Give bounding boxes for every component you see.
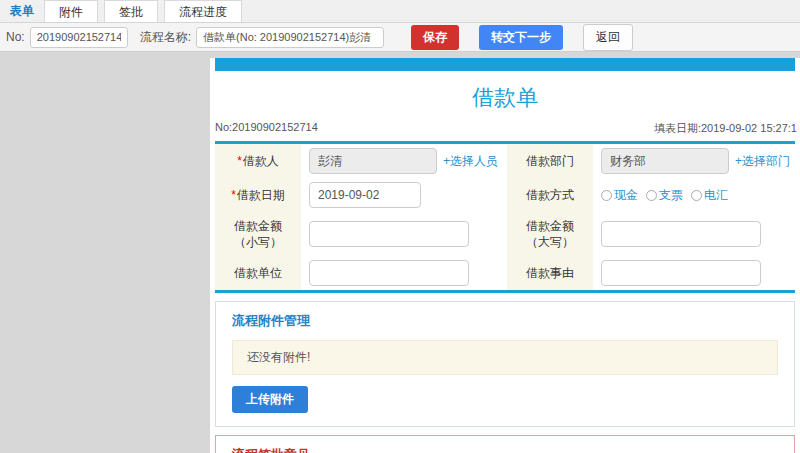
loan-reason-label: 借款事由	[507, 256, 593, 290]
tab-bar: 表单 附件 签批 流程进度	[0, 0, 800, 23]
process-name-input[interactable]	[196, 27, 384, 48]
borrower-input[interactable]	[309, 148, 437, 174]
choose-department-link[interactable]: +选择部门	[735, 153, 790, 170]
page-title: 借款单	[210, 71, 800, 121]
radio-cash[interactable]: 现金	[601, 187, 638, 204]
amount-lowercase-input[interactable]	[309, 221, 469, 247]
loan-date-input[interactable]	[309, 182, 421, 208]
loan-unit-input[interactable]	[309, 260, 469, 286]
save-button[interactable]: 保存	[411, 25, 459, 50]
attachments-section: 流程附件管理 还没有附件! 上传附件	[215, 301, 795, 427]
tab-form[interactable]: 表单	[0, 0, 44, 22]
fill-date: 填表日期:2019-09-02 15:27:1	[654, 121, 797, 136]
approval-section: 流程签批意见 B I abc ✎	[215, 435, 795, 453]
forward-next-step-button[interactable]: 转交下一步	[479, 25, 563, 50]
tab-attachments[interactable]: 附件	[44, 0, 98, 22]
radio-icon[interactable]	[691, 190, 702, 201]
upload-attachment-button[interactable]: 上传附件	[232, 386, 308, 413]
panel-top-bar	[215, 58, 795, 71]
divider	[215, 290, 795, 293]
tab-progress[interactable]: 流程进度	[164, 0, 242, 22]
loan-unit-label: 借款单位	[215, 256, 301, 290]
form-panel: 借款单 No:20190902152714 填表日期:2019-09-02 15…	[210, 58, 800, 453]
borrower-label: *借款人	[215, 144, 301, 178]
loan-method-radio-group: 现金 支票 电汇	[601, 187, 728, 204]
loan-method-label: 借款方式	[507, 178, 593, 212]
form-meta: No:20190902152714 填表日期:2019-09-02 15:27:…	[210, 121, 800, 141]
approval-title: 流程签批意见	[232, 446, 778, 453]
radio-wire[interactable]: 电汇	[691, 187, 728, 204]
required-marker: *	[231, 188, 236, 202]
no-attachments-message: 还没有附件!	[232, 340, 778, 375]
loan-reason-input[interactable]	[601, 260, 761, 286]
form-number: No:20190902152714	[215, 121, 318, 136]
amount-lowercase-label: 借款金额（小写）	[215, 212, 301, 256]
radio-icon[interactable]	[646, 190, 657, 201]
department-label: 借款部门	[507, 144, 593, 178]
department-input[interactable]	[601, 148, 729, 174]
attachments-title: 流程附件管理	[232, 312, 778, 330]
form-grid: *借款人 +选择人员 借款部门 +选择部门 *借款日期 借款方式	[215, 144, 795, 290]
back-button[interactable]: 返回	[583, 24, 633, 51]
choose-person-link[interactable]: +选择人员	[443, 153, 498, 170]
loan-date-label: *借款日期	[215, 178, 301, 212]
tab-approve[interactable]: 签批	[104, 0, 158, 22]
process-name-label: 流程名称:	[140, 29, 191, 46]
required-marker: *	[237, 154, 242, 168]
no-label: No:	[6, 30, 25, 44]
amount-uppercase-input[interactable]	[601, 221, 761, 247]
radio-icon[interactable]	[601, 190, 612, 201]
no-input[interactable]	[30, 27, 128, 48]
radio-check[interactable]: 支票	[646, 187, 683, 204]
amount-uppercase-label: 借款金额（大写）	[507, 212, 593, 256]
page-background: 借款单 No:20190902152714 填表日期:2019-09-02 15…	[0, 52, 800, 453]
toolbar: No: 流程名称: 保存 转交下一步 返回	[0, 23, 800, 52]
